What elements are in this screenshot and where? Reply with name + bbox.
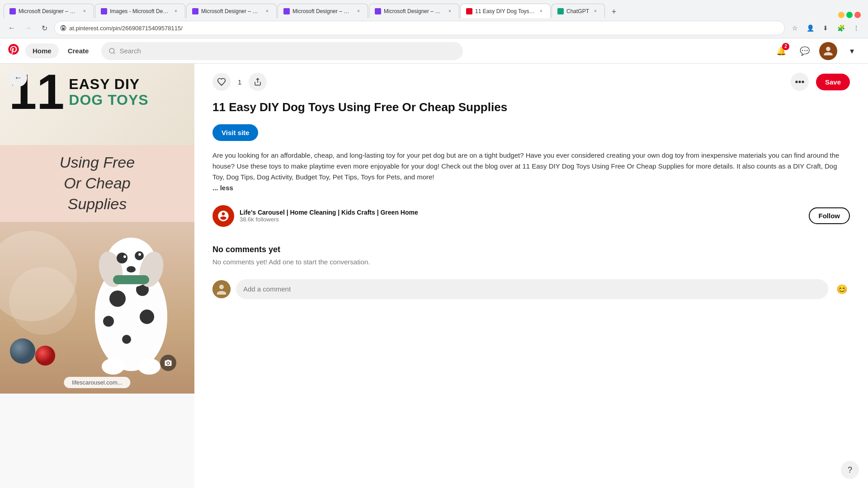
tab-4-close[interactable]: × — [355, 8, 362, 15]
svg-point-26 — [35, 346, 55, 366]
user-avatar[interactable] — [819, 42, 837, 60]
tab-7[interactable]: ChatGPT × — [552, 4, 605, 18]
tab-2[interactable]: Images - Microsoft Designer × — [95, 4, 185, 18]
pin-subtitle-block: EASY DIY DOG TOYS — [69, 73, 148, 108]
close-window-button[interactable] — [854, 12, 861, 18]
notifications-button[interactable]: 🔔 2 — [772, 42, 790, 60]
less-link[interactable]: ... less — [212, 184, 233, 192]
pinterest-logo[interactable] — [7, 43, 20, 59]
tab-6-close[interactable]: × — [538, 8, 545, 15]
emoji-button[interactable]: 😊 — [834, 281, 850, 297]
more-options-button[interactable]: ••• — [791, 73, 809, 91]
main-content: ← 11 EASY DIY DOG TOYS Using FreeOr Chea… — [0, 64, 868, 488]
like-count: 1 — [238, 78, 241, 86]
pin-image-middle: Using FreeOr CheapSupplies — [0, 145, 194, 222]
svg-point-18 — [138, 253, 141, 256]
extensions-button[interactable]: 🧩 — [835, 22, 847, 34]
pin-description: Are you looking for an affordable, cheap… — [212, 150, 850, 193]
tab-bar: Microsoft Designer – Stunning... × Image… — [0, 0, 868, 18]
settings-button[interactable]: ⋮ — [850, 22, 863, 34]
search-bar[interactable]: Search — [101, 42, 463, 60]
pin-caption: Using FreeOr CheapSupplies — [60, 152, 135, 215]
browser-actions: ☆ 👤 ⬇ 🧩 ⋮ — [788, 22, 863, 34]
author-row: Life's Carousel | Home Cleaning | Kids C… — [212, 201, 850, 231]
svg-point-2 — [109, 48, 114, 53]
tab-1-close[interactable]: × — [81, 8, 88, 15]
address-bar[interactable]: at.pinterest.com/pin/266908715409578115/ — [54, 21, 785, 35]
pin-title: 11 Easy DIY Dog Toys Using Free Or Cheap… — [212, 100, 850, 115]
tab-5-label: Microsoft Designer – Stunning... — [384, 8, 443, 14]
home-nav-button[interactable]: Home — [25, 43, 59, 58]
header-nav: Home Create — [25, 43, 96, 58]
svg-point-7 — [103, 316, 114, 327]
tab-5-favicon — [375, 8, 381, 14]
pin-easy-diy: EASY DIY — [69, 76, 148, 92]
browser-chrome: Microsoft Designer – Stunning... × Image… — [0, 0, 868, 38]
tab-2-close[interactable]: × — [172, 8, 179, 15]
lock-icon — [60, 25, 66, 31]
comment-user-avatar — [212, 280, 231, 298]
tab-6-label: 11 Easy DIY Dog Toys Using Fr... — [475, 8, 535, 14]
new-tab-button[interactable]: + — [608, 5, 620, 18]
tab-3[interactable]: Microsoft Designer – Stunning... × — [186, 4, 277, 18]
comment-input[interactable] — [236, 279, 828, 299]
download-button[interactable]: ⬇ — [819, 22, 832, 34]
tab-5-close[interactable]: × — [446, 8, 453, 15]
pin-image: 11 EASY DIY DOG TOYS Using FreeOr CheapS… — [0, 64, 194, 394]
notification-badge: 2 — [782, 43, 789, 50]
svg-point-9 — [122, 335, 131, 344]
like-button[interactable] — [212, 73, 231, 91]
tab-7-close[interactable]: × — [592, 8, 599, 15]
right-panel: 1 ••• Save 11 Easy DIY Dog Toys Using Fr… — [194, 64, 868, 488]
tab-3-close[interactable]: × — [264, 8, 271, 15]
url-text: at.pinterest.com/pin/266908715409578115/ — [69, 25, 183, 32]
tab-2-label: Images - Microsoft Designer — [110, 8, 170, 14]
minimize-button[interactable] — [838, 12, 844, 18]
tab-1-favicon — [9, 8, 16, 14]
account-menu-button[interactable]: ▾ — [843, 42, 861, 60]
visit-site-button[interactable]: Visit site — [212, 124, 258, 141]
header-right: 🔔 2 💬 ▾ — [772, 42, 861, 60]
tab-5[interactable]: Microsoft Designer – Stunning... × — [369, 4, 459, 18]
description-text: Are you looking for an affordable, cheap… — [212, 151, 839, 181]
maximize-button[interactable] — [846, 12, 853, 18]
tab-6-active[interactable]: 11 Easy DIY Dog Toys Using Fr... × — [460, 4, 551, 18]
messages-button[interactable]: 💬 — [796, 42, 814, 60]
tab-2-favicon — [101, 8, 107, 14]
forward-button[interactable]: → — [22, 22, 34, 34]
create-nav-button[interactable]: Create — [61, 43, 96, 58]
image-panel: 11 EASY DIY DOG TOYS Using FreeOr CheapS… — [0, 64, 194, 488]
share-button[interactable] — [249, 73, 267, 91]
tab-3-favicon — [192, 8, 198, 14]
author-info: Life's Carousel | Home Cleaning | Kids C… — [240, 209, 803, 223]
back-button-overlay[interactable]: ← — [9, 69, 27, 87]
toy-balls — [9, 324, 63, 371]
search-placeholder: Search — [119, 47, 141, 55]
tab-4[interactable]: Microsoft Designer – Stunning... × — [278, 4, 368, 18]
tab-1[interactable]: Microsoft Designer – Stunning... × — [4, 4, 94, 18]
help-button[interactable]: ? — [841, 461, 859, 479]
tab-3-label: Microsoft Designer – Stunning... — [201, 8, 261, 14]
save-button[interactable]: Save — [816, 74, 850, 90]
comment-input-row: 😊 — [212, 279, 850, 299]
tab-6-favicon — [466, 8, 472, 14]
pinterest-header: Home Create Search 🔔 2 💬 ▾ — [0, 38, 868, 64]
svg-point-17 — [123, 255, 126, 258]
svg-point-21 — [102, 358, 124, 375]
back-button[interactable]: ← — [5, 22, 18, 34]
tab-7-favicon — [557, 8, 564, 14]
svg-point-22 — [138, 358, 160, 375]
profile-button[interactable]: 👤 — [804, 22, 816, 34]
camera-icon[interactable] — [160, 355, 176, 371]
author-avatar[interactable] — [212, 205, 234, 227]
pin-image-top: 11 EASY DIY DOG TOYS — [0, 64, 194, 145]
follow-button[interactable]: Follow — [809, 207, 850, 224]
author-name: Life's Carousel | Home Cleaning | Kids C… — [240, 209, 803, 216]
tab-7-label: ChatGPT — [566, 8, 589, 14]
pin-actions-row: 1 ••• Save — [212, 73, 850, 91]
reload-button[interactable]: ↻ — [38, 22, 51, 34]
search-icon — [108, 47, 116, 55]
tab-4-favicon — [283, 8, 290, 14]
pin-dog-image: lifescarousel.com... — [0, 222, 194, 394]
bookmark-button[interactable]: ☆ — [788, 22, 801, 34]
